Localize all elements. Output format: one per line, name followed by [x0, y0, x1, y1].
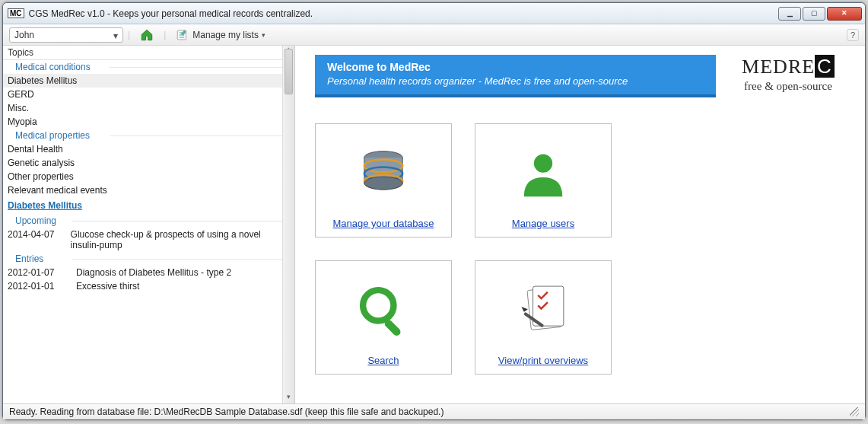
svg-marker-13	[521, 306, 527, 311]
chevron-down-icon: ▾	[262, 31, 265, 39]
event-text: Diagnosis of Diabetes Mellitus - type 2	[76, 267, 231, 278]
entry-row[interactable]: 2012-01-01 Excessive thirst	[3, 279, 294, 293]
medical-conditions-header: Medical conditions	[3, 60, 294, 74]
sidebar-item[interactable]: Other properties	[3, 170, 294, 183]
entry-row[interactable]: 2012-01-07 Diagnosis of Diabetes Mellitu…	[3, 266, 294, 279]
logo-wordmark: MEDREC	[723, 55, 853, 78]
upcoming-header: Upcoming	[3, 214, 294, 228]
home-icon	[140, 28, 154, 42]
sidebar-item[interactable]: Myopia	[3, 115, 294, 129]
list-icon	[176, 28, 189, 42]
help-button[interactable]: ?	[847, 29, 859, 41]
sidebar-item[interactable]: Genetic analysis	[3, 156, 294, 170]
status-bar: Ready. Reading from database file: D:\Me…	[3, 403, 865, 419]
brand-logo: MEDREC free & open-source	[723, 55, 853, 400]
manage-lists-button[interactable]: Manage my lists ▾	[170, 27, 271, 43]
svg-rect-9	[383, 318, 402, 337]
home-button[interactable]	[135, 27, 159, 43]
svg-point-5	[364, 177, 402, 190]
sidebar-item[interactable]: Relevant medical events	[3, 183, 294, 197]
user-icon	[511, 142, 575, 206]
tile-manage-users[interactable]: Manage users	[475, 123, 612, 238]
topics-header: Topics	[3, 46, 294, 60]
event-text: Excessive thirst	[76, 281, 139, 292]
logo-tagline: free & open-source	[723, 80, 853, 93]
maximize-button[interactable]	[803, 7, 825, 21]
event-date: 2012-01-07	[8, 267, 62, 278]
window-title: CGS MedRec v1.0 - Keeps your personal me…	[29, 8, 774, 19]
event-date: 2014-04-07	[8, 229, 57, 250]
title-bar: MC CGS MedRec v1.0 - Keeps your personal…	[3, 3, 865, 24]
app-icon: MC	[8, 8, 24, 18]
tile-overviews[interactable]: View/print overviews	[475, 260, 612, 375]
event-text: Glucose check-up & prospects of using a …	[71, 229, 290, 250]
welcome-title: Welcome to MedRec	[327, 61, 704, 73]
user-dropdown[interactable]: John	[9, 27, 123, 43]
clipboard-icon	[511, 279, 575, 343]
tile-link[interactable]: Manage users	[512, 218, 574, 229]
scroll-thumb[interactable]	[285, 49, 293, 94]
tile-manage-database[interactable]: Manage your database	[315, 123, 452, 238]
scroll-down-icon[interactable]: ▾	[283, 393, 294, 403]
close-button[interactable]	[827, 7, 862, 21]
search-icon	[351, 279, 415, 343]
tile-link[interactable]: Search	[367, 355, 399, 366]
entries-header: Entries	[3, 252, 294, 266]
welcome-subtitle: Personal health records organizer - MedR…	[327, 75, 704, 87]
manage-lists-label: Manage my lists	[192, 30, 259, 40]
window-controls	[778, 7, 862, 21]
status-text: Ready. Reading from database file: D:\Me…	[9, 406, 444, 417]
welcome-banner: Welcome to MedRec Personal health record…	[315, 55, 716, 97]
tile-link[interactable]: View/print overviews	[498, 355, 588, 366]
sidebar-item[interactable]: GERD	[3, 88, 294, 101]
tile-search[interactable]: Search	[315, 260, 452, 375]
sidebar-item[interactable]: Dental Health	[3, 142, 294, 156]
tiles-grid: Manage your database Manage users	[315, 123, 716, 375]
tile-link[interactable]: Manage your database	[333, 218, 434, 229]
window-frame: MC CGS MedRec v1.0 - Keeps your personal…	[2, 2, 866, 420]
event-date: 2012-01-01	[8, 281, 62, 292]
sidebar-item[interactable]: Misc.	[3, 101, 294, 115]
user-dropdown-value: John	[14, 30, 34, 40]
sidebar-item[interactable]: Diabetes Mellitus	[3, 74, 294, 88]
minimize-button[interactable]	[778, 7, 801, 21]
toolbar: John | | Manage my lists ▾ ?	[3, 24, 865, 46]
selected-topic-title: Diabetes Mellitus	[3, 197, 294, 214]
upcoming-row[interactable]: 2014-04-07 Glucose check-up & prospects …	[3, 228, 294, 252]
medical-properties-header: Medical properties	[3, 129, 294, 142]
main-panel: Welcome to MedRec Personal health record…	[295, 46, 865, 403]
database-icon	[351, 142, 415, 206]
client-area: Topics Medical conditions Diabetes Melli…	[3, 46, 865, 403]
sidebar: Topics Medical conditions Diabetes Melli…	[3, 46, 295, 403]
svg-point-8	[363, 290, 393, 320]
sidebar-scrollbar[interactable]: ▴ ▾	[282, 46, 294, 403]
